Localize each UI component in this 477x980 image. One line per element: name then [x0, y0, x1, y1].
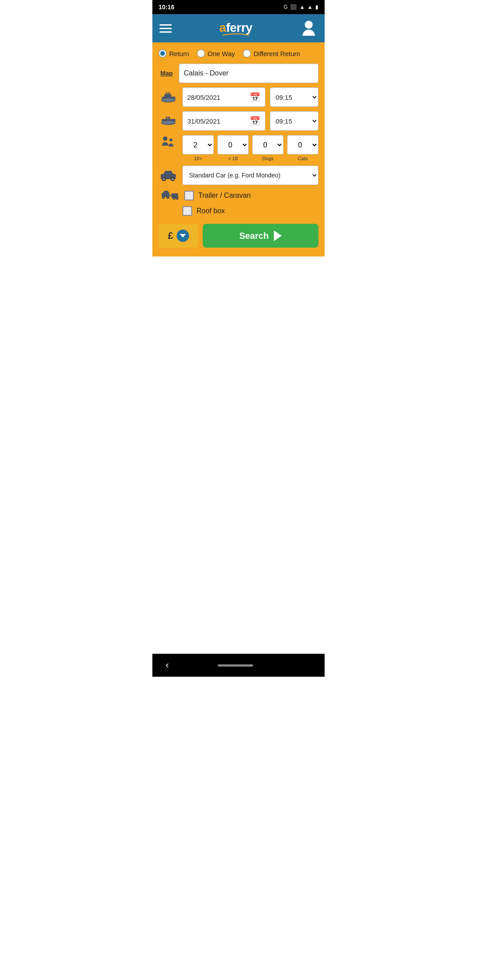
action-row: £ Search	[159, 224, 318, 248]
vehicle-select[interactable]: Standard Car (e.g. Ford Mondeo) Small Ca…	[182, 166, 318, 185]
bottom-nav-bar: ‹	[152, 654, 325, 677]
user-avatar	[303, 21, 315, 36]
children-group: 0 1 2 3 < 18	[217, 135, 249, 161]
svg-rect-2	[166, 92, 168, 94]
different-radio[interactable]	[243, 49, 251, 57]
svg-point-5	[162, 98, 175, 102]
different-label[interactable]: Different Return	[254, 50, 300, 57]
trailer-svg	[162, 189, 178, 202]
status-time: 10:16	[159, 4, 174, 11]
dogs-select[interactable]: 0 1 2	[252, 135, 284, 155]
dogs-label: Dogs	[262, 156, 274, 161]
cats-select[interactable]: 0 1 2	[287, 135, 318, 155]
oneway-option[interactable]: One Way	[197, 49, 235, 57]
map-link[interactable]: Map	[159, 70, 174, 77]
svg-point-13	[170, 139, 173, 142]
battery-icon: ▮	[315, 4, 318, 10]
search-play-arrow	[274, 230, 282, 241]
search-button[interactable]: Search	[203, 224, 318, 248]
wifi-icon: ▲	[299, 4, 305, 10]
currency-button[interactable]: £	[159, 224, 198, 248]
content-area	[152, 256, 325, 654]
passengers-row: 1 2 3 4 5 18+ 0 1 2 3 < 18 0	[159, 135, 318, 161]
trailer-label: Trailer / Caravan	[198, 192, 251, 200]
children-select[interactable]: 0 1 2 3	[217, 135, 249, 155]
oneway-radio[interactable]	[197, 49, 205, 57]
passengers-selects: 1 2 3 4 5 18+ 0 1 2 3 < 18 0	[182, 135, 318, 161]
screen-cast-icon: ⬛	[290, 4, 297, 10]
car-icon	[159, 170, 178, 181]
logo-a: a	[220, 21, 226, 34]
adults-group: 1 2 3 4 5 18+	[182, 135, 214, 161]
departure-date-field[interactable]: 28/05/2021 📅	[182, 87, 265, 107]
svg-rect-3	[168, 92, 170, 94]
svg-point-20	[162, 196, 165, 199]
return-label[interactable]: Return	[169, 50, 189, 57]
svg-point-24	[173, 197, 175, 200]
return-option[interactable]: Return	[159, 49, 189, 57]
cats-label: Cats	[298, 156, 308, 161]
return-date-text: 31/05/2021	[187, 117, 220, 125]
currency-dropdown-arrow	[177, 230, 189, 242]
google-icon: G	[284, 4, 288, 10]
children-label: < 18	[228, 156, 238, 161]
trailer-icon	[160, 189, 180, 202]
outbound-ferry-icon	[159, 90, 178, 104]
route-input[interactable]	[179, 64, 318, 83]
logo-swoosh	[223, 33, 249, 36]
svg-point-21	[167, 196, 169, 199]
car-svg	[160, 170, 177, 181]
cats-group: 0 1 2 Cats	[287, 135, 318, 161]
route-row: Map	[159, 64, 318, 83]
user-profile-button[interactable]	[300, 19, 318, 37]
trailer-row: Trailer / Caravan	[159, 189, 318, 202]
return-calendar-icon: 📅	[250, 116, 261, 126]
svg-point-25	[176, 197, 178, 200]
roofbox-row: Roof box	[159, 206, 318, 216]
back-button[interactable]: ‹	[166, 660, 169, 671]
departure-date-text: 28/05/2021	[187, 94, 220, 101]
return-date-field[interactable]: 31/05/2021 📅	[182, 111, 265, 131]
currency-symbol: £	[168, 230, 173, 241]
departure-row: 28/05/2021 📅 09:15 00:00 06:00 07:00 08:…	[159, 87, 318, 107]
svg-rect-11	[168, 117, 170, 119]
nav-bar: aferry	[152, 14, 325, 42]
ferry-outbound-svg	[160, 90, 176, 104]
svg-rect-1	[164, 94, 171, 98]
status-bar: 10:16 G ⬛ ▲ ▲ ▮	[152, 0, 325, 14]
search-button-label: Search	[239, 231, 269, 241]
adults-select[interactable]: 1 2 3 4 5	[182, 135, 214, 155]
departure-calendar-icon: 📅	[250, 92, 261, 102]
trailer-checkbox[interactable]	[184, 191, 194, 200]
menu-button[interactable]	[159, 24, 172, 33]
oneway-label[interactable]: One Way	[208, 50, 235, 57]
logo-rest: ferry	[226, 21, 253, 34]
return-radio[interactable]	[159, 49, 167, 57]
adults-label: 18+	[194, 156, 202, 161]
roofbox-checkbox[interactable]	[182, 206, 192, 216]
home-indicator[interactable]	[218, 664, 253, 667]
different-return-option[interactable]: Different Return	[243, 49, 300, 57]
svg-point-12	[163, 136, 167, 141]
roofbox-label: Roof box	[197, 207, 225, 215]
svg-point-17	[163, 179, 165, 180]
svg-rect-10	[166, 117, 168, 119]
passengers-svg	[160, 135, 176, 151]
return-ferry-icon	[159, 114, 178, 128]
status-icons: G ⬛ ▲ ▲ ▮	[284, 4, 318, 10]
vehicle-row: Standard Car (e.g. Ford Mondeo) Small Ca…	[159, 166, 318, 185]
dogs-group: 0 1 2 Dogs	[252, 135, 284, 161]
ferry-return-svg	[160, 114, 176, 128]
search-form: Return One Way Different Return Map	[152, 42, 325, 256]
passengers-icon	[159, 135, 178, 151]
app-logo: aferry	[220, 21, 253, 36]
return-time-select[interactable]: 09:15 00:00 06:00 07:00 08:00 10:00 11:0…	[270, 111, 318, 131]
trip-type-selector: Return One Way Different Return	[159, 49, 318, 57]
svg-point-18	[172, 179, 174, 180]
return-row: 31/05/2021 📅 09:15 00:00 06:00 07:00 08:…	[159, 111, 318, 131]
departure-time-select[interactable]: 09:15 00:00 06:00 07:00 08:00 10:00 11:0…	[270, 87, 318, 107]
signal-icon: ▲	[307, 4, 313, 10]
svg-point-9	[162, 121, 175, 124]
